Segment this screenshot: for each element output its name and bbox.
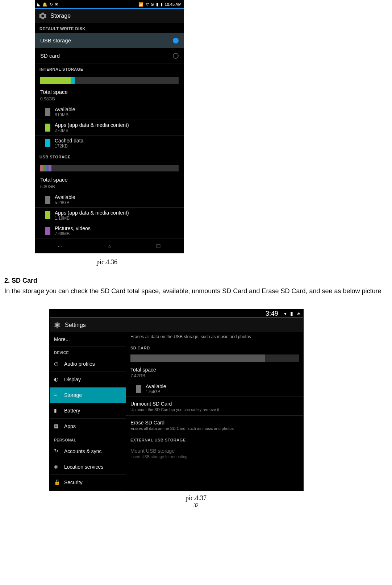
message-icon: ✉ (55, 2, 58, 7)
usb-total-value: 5.30GB (35, 184, 184, 192)
sidebar-item-sync[interactable]: ↻Accounts & sync (50, 444, 126, 459)
swatch-icon (45, 227, 50, 235)
lock-icon: 🔒 (54, 479, 61, 486)
location-icon: ◈ (54, 464, 61, 470)
battery-icon: ▮ (160, 2, 163, 7)
sd-total-label: Total space (126, 365, 303, 373)
section-usb-storage: USB STORAGE (35, 151, 184, 161)
sidebar-item-label: Display (64, 377, 81, 382)
wifi-icon: ▽ (146, 2, 149, 7)
usb-total-label: Total space (35, 174, 184, 184)
storage-stat-row[interactable]: Available819MB (35, 104, 184, 120)
mount-usb-desc: Insert USB storage for mounting (126, 455, 303, 462)
sd-total-value: 7.42GB (126, 373, 303, 381)
unmount-sd-desc: Unmount the SD Card so you can safely re… (126, 407, 303, 415)
radio-on-icon (173, 38, 179, 43)
sidebar-item-audio[interactable]: ◴Audio profiles (50, 356, 126, 372)
apps-icon: ▦ (54, 423, 61, 430)
sidebar-item-more[interactable]: More... (50, 332, 126, 347)
sd-usage-bar (130, 354, 299, 362)
section-heading-sd-card: 2. SD Card (4, 277, 390, 285)
unmount-sd-title[interactable]: Unmount SD Card (126, 397, 303, 407)
settings-detail-pane: Erases all data on the USB storage, such… (126, 332, 303, 490)
screenshot-settings-tablet: 3:49 ▾ ▮ ∗ Settings More... DEVICE ◴Audi… (49, 309, 304, 491)
sd-available-row[interactable]: Available 1.54GB (126, 381, 303, 397)
settings-sidebar: More... DEVICE ◴Audio profiles◐Display≡S… (50, 332, 126, 490)
battery-icon: ▮ (54, 407, 61, 414)
app-header: Settings (50, 318, 303, 332)
storage-stat-row[interactable]: Apps (app data & media content)270MB (35, 120, 184, 136)
radio-usb-label: USB storage (40, 37, 71, 43)
sidebar-item-location[interactable]: ◈Location services (50, 459, 126, 475)
sidebar-item-label: Apps (64, 423, 76, 429)
sd-card-header: SD CARD (126, 342, 303, 352)
swatch-icon (45, 124, 50, 132)
stat-label: Available (55, 194, 75, 200)
gear-icon (39, 12, 47, 20)
internal-usage-bar (35, 74, 184, 87)
storage-stat-row[interactable]: Pictures, videos7.66MB (35, 223, 184, 239)
storage-stat-row[interactable]: Available5.28GB (35, 192, 184, 208)
battery-icon: ▮ (290, 311, 293, 316)
sidebar-item-lock[interactable]: 🔒Security (50, 475, 126, 490)
sd-available-label: Available (146, 383, 166, 389)
storage-stat-row[interactable]: Cached data172KB (35, 136, 184, 151)
swatch-icon (136, 385, 141, 393)
figure-caption-1: pic.4.36 (2, 258, 390, 266)
radio-sd-card[interactable]: SD card (35, 48, 184, 63)
status-time: 3:49 (266, 310, 278, 318)
back-icon[interactable]: ⤺ (58, 243, 62, 249)
sidebar-item-display[interactable]: ◐Display (50, 372, 126, 387)
nav-triangle-icon: ◣ (37, 2, 40, 7)
sidebar-item-storage[interactable]: ≡Storage (50, 387, 126, 403)
status-bar: 3:49 ▾ ▮ ∗ (50, 310, 303, 318)
swatch-icon (45, 139, 50, 147)
sidebar-header-device: DEVICE (50, 347, 126, 356)
internal-total-label: Total space (35, 87, 184, 96)
storage-icon: ≡ (54, 392, 61, 398)
stat-value: 7.66MB (55, 231, 91, 236)
body-paragraph: In the storage you can check the SD Card… (4, 287, 388, 295)
refresh-icon: ↻ (50, 2, 53, 7)
mount-usb-title: Mount USB storage (126, 444, 303, 455)
stat-label: Apps (app data & media content) (55, 122, 129, 128)
stat-value: 819MB (55, 112, 75, 117)
swatch-icon (45, 108, 50, 116)
app-title: Settings (65, 322, 86, 328)
screenshot-storage-phone: ◣ 🔔 ↻ ✉ 📶 ▽ G ▮ ▮ 10:45 AM Storage DEFAU… (35, 0, 184, 253)
stat-label: Apps (app data & media content) (55, 210, 129, 216)
app-title: Storage (50, 13, 71, 19)
display-icon: ◐ (54, 376, 61, 383)
app-header: Storage (35, 9, 184, 23)
sidebar-item-label: Battery (64, 408, 80, 414)
storage-stat-row[interactable]: Apps (app data & media content)1.19MB (35, 208, 184, 223)
radio-off-icon (173, 53, 179, 59)
home-icon[interactable]: ⌂ (108, 243, 110, 249)
sidebar-item-label: Accounts & sync (64, 448, 102, 454)
bluetooth-icon: ∗ (297, 311, 301, 316)
sidebar-item-label: Audio profiles (64, 361, 95, 367)
stat-value: 270MB (55, 128, 129, 133)
radio-usb-storage[interactable]: USB storage (35, 33, 184, 48)
internal-total-value: 0.98GB (35, 96, 184, 104)
sidebar-item-apps[interactable]: ▦Apps (50, 419, 126, 434)
stat-label: Cached data (55, 138, 83, 144)
sidebar-item-label: Location services (64, 464, 103, 470)
sidebar-item-battery[interactable]: ▮Battery (50, 403, 126, 419)
stat-value: 1.19MB (55, 216, 129, 221)
status-bar: ◣ 🔔 ↻ ✉ 📶 ▽ G ▮ ▮ 10:45 AM (35, 0, 184, 9)
figure-caption-2: pic.4.37 (2, 494, 390, 502)
nav-bar: ⤺ ⌂ ☐ (35, 239, 184, 253)
erase-sd-title[interactable]: Erase SD Card (126, 416, 303, 426)
swatch-icon (45, 196, 50, 204)
signal-icon: 📶 (138, 2, 143, 7)
section-default-write-disk: DEFAULT WRITE DISK (35, 23, 184, 33)
net-label: G (151, 2, 154, 7)
usb-usage-bar (35, 161, 184, 174)
status-time: 10:45 AM (165, 2, 182, 7)
swatch-icon (45, 211, 50, 219)
erase-sd-desc: Erases all data on the SD Card, such as … (126, 426, 303, 434)
stat-label: Pictures, videos (55, 225, 91, 231)
gear-icon (53, 321, 61, 329)
recents-icon[interactable]: ☐ (156, 243, 161, 249)
